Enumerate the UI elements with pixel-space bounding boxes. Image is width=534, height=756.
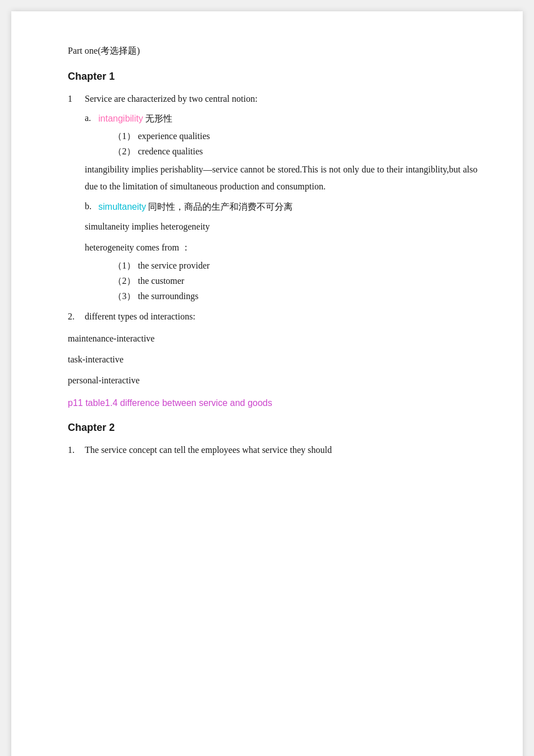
part-heading: Part one(考选择题) — [68, 45, 477, 57]
chapter-1-section: Chapter 1 1 Service are characterized by… — [68, 71, 477, 408]
item-1-number: 1 — [68, 94, 85, 104]
plain-item-1: maintenance-interactive — [68, 331, 477, 347]
letter-a: a. — [85, 113, 98, 125]
plain-item-2: task-interactive — [68, 352, 477, 368]
item-2-number: 2. — [68, 312, 85, 322]
item-1: 1 Service are characterized by two centr… — [68, 94, 477, 104]
sub-item-a: a. intangibility 无形性 — [85, 113, 477, 125]
b-sub-point-3: （3） the surroundings — [113, 291, 477, 303]
b-sub-point-2: （2） the customer — [113, 275, 477, 287]
intangibility-paragraph: intangibility implies perishablity—servi… — [85, 161, 477, 196]
chapter2-item-1: 1. The service concept can tell the empl… — [68, 445, 477, 455]
chapter2-item-1-number: 1. — [68, 445, 85, 455]
pink-reference: p11 table1.4 difference between service … — [68, 398, 477, 408]
letter-b: b. — [85, 201, 98, 213]
sub-point-2: （2） credence qualities — [113, 146, 477, 158]
chapter-2-heading: Chapter 2 — [68, 422, 477, 434]
plain-item-3: personal-interactive — [68, 373, 477, 389]
page: Part one(考选择题) Chapter 1 1 Service are c… — [11, 11, 523, 756]
item-1-text: Service are characterized by two central… — [85, 94, 258, 104]
simultaneity-chinese: 同时性，商品的生产和消费不可分离 — [146, 202, 293, 211]
chapter-2-section: Chapter 2 1. The service concept can tel… — [68, 422, 477, 455]
b-sub-point-1: （1） the service provider — [113, 260, 477, 272]
intangibility-label: intangibility — [98, 114, 143, 123]
chapter-1-heading: Chapter 1 — [68, 71, 477, 83]
sub-item-b: b. simultaneity 同时性，商品的生产和消费不可分离 — [85, 201, 477, 213]
simultaneity-label: simultaneity — [98, 202, 146, 211]
intangibility-chinese: 无形性 — [143, 114, 172, 123]
chapter2-item-1-text: The service concept can tell the employe… — [85, 445, 332, 455]
sub-point-1: （1） experience qualities — [113, 131, 477, 142]
item-2: 2. different types od interactions: — [68, 312, 477, 322]
simultaneity-para-1: simultaneity implies heterogeneity — [85, 219, 477, 235]
item-2-text: different types od interactions: — [85, 312, 196, 322]
simultaneity-para-2: heterogeneity comes from ： — [85, 240, 477, 256]
